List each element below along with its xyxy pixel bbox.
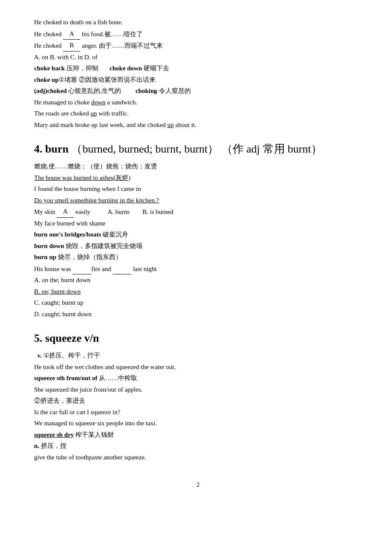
squeeze-ex5: give the tube of toothpaste another sque…: [34, 452, 362, 463]
squeeze-v-line: v. ①挤压、榨干，拧干: [34, 350, 362, 361]
fill-blank-skin: A: [57, 206, 74, 218]
burn-down-line: burn down 烧毁，多指建筑被完全烧塌: [34, 241, 362, 252]
burn-heading-number-word: 4. burn: [34, 143, 69, 155]
squeeze-from-line: squeeze sth from/out of 从……中榨取: [34, 373, 362, 384]
squeeze-dry-underline: squeeze sb dry: [34, 431, 74, 438]
burn-bridges-bold: burn one's bridges/boats: [34, 231, 101, 238]
choke-up2-underline: up: [167, 121, 174, 128]
burn-ex4-b: B. is burned: [142, 208, 173, 215]
burn-heading-adj: （作 adj 常用 burnt）: [222, 143, 322, 155]
burn-heading-parens: （burned, burned; burnt, burnt）: [71, 143, 219, 155]
burn-ex1: The house was burned to ashes(灰烬): [34, 173, 362, 184]
burn-opt-d: D. caught; burnt down: [34, 309, 362, 320]
fill-blank-fire1: [72, 263, 91, 275]
burn-opt-a: A. on the; burnt down: [34, 275, 362, 286]
burn-ex4-a: A. burns: [108, 208, 130, 215]
burn-opt-c: C. caught; burnt up: [34, 297, 362, 309]
burn-up-bold: burn up: [34, 254, 56, 260]
squeeze-dry-line: squeeze sb dry 榨干某人钱财: [34, 430, 362, 441]
burn-ex2: I found the house burning when I came in: [34, 184, 362, 195]
squeeze-n-line: n. 挤压，捏: [34, 441, 362, 452]
choke-up-line: choke up①堵塞 ②因激动紧张而说不出话来: [34, 75, 362, 86]
choke-text-suffix: his food.被……噎住了: [80, 31, 142, 38]
choke-down-label: choke down: [110, 65, 142, 72]
burn-ex4-pre: My skin: [34, 208, 57, 215]
squeeze-ex3: Is the car full or can I squeeze in?: [34, 407, 362, 418]
squeeze-heading: 5. squeeze v/n: [34, 329, 362, 348]
fill-blank-a: A: [63, 29, 80, 40]
burn-heading: 4. burn （burned, burned; burnt, burnt） （…: [34, 140, 362, 159]
squeeze-n-label: n.: [34, 442, 39, 449]
choke-up-meaning: ①堵塞 ②因激动紧张而说不出话来: [59, 76, 156, 83]
choke-up-label: choke up: [34, 76, 59, 83]
squeeze-v-label: v.: [37, 352, 42, 359]
burn-ex3: Do you smell something burning in the ki…: [34, 195, 362, 206]
burn-bridges-line: burn one's bridges/boats 破釜沉舟: [34, 229, 362, 240]
choke-down-underline: down: [91, 99, 105, 106]
choke-line1: He choked to death on a fish bone.: [34, 17, 362, 28]
burn-ex4: My skin A easily A. burns B. is burned: [34, 206, 362, 218]
choke-ex3: Mary and mark broke up last week, and sh…: [34, 120, 362, 131]
burn-down-bold: burn down: [34, 242, 64, 249]
choke-line2: He choked A his food.被……噎住了: [34, 29, 362, 40]
burn-ex5: My face burned with shame: [34, 218, 362, 229]
choke-text-prefix: He choked: [34, 31, 63, 38]
burn-ex3-underline: Do you smell something burning in the ki…: [34, 197, 159, 204]
squeeze-meaning1: ①挤压、榨干，拧干: [43, 352, 100, 359]
burn-ex4-mid: easily: [75, 208, 107, 215]
choke-ex1: He managed to choke down a sandwich.: [34, 97, 362, 108]
burn-ex1-underline: The house was burned to ashes(灰烬): [34, 174, 130, 181]
burn-up-line: burn up 烧尽，烧掉（指东西）: [34, 252, 362, 263]
squeeze-ex2: She squeezed the juice from/out of apple…: [34, 384, 362, 395]
choke-line3: He choked B anger. 由于……而喘不过气来: [34, 40, 362, 52]
burn-ex6: His house was fire and last night: [34, 263, 362, 275]
choke-ex2: The roads are choked up with traffic.: [34, 108, 362, 119]
choke-back-label: choke back: [34, 65, 65, 72]
choke-back-line: （burned, burned; burnt, burnt） choke bac…: [34, 63, 362, 74]
burn-meaning: 燃烧,使……燃烧；（使）烧焦；烧伤；发烫: [34, 161, 362, 172]
squeeze-ex1: He took off the wet clothes and squeezed…: [34, 362, 362, 373]
squeeze-ex4: We managed to squeeze six people into th…: [34, 418, 362, 429]
squeeze-from-bold: squeeze sth from/out of: [34, 375, 97, 381]
fill-blank-fire2: [112, 263, 131, 275]
squeeze-meaning2: ②挤进去，塞进去: [34, 395, 362, 407]
choke-anger-suffix: anger. 由于……而喘不过气来: [80, 42, 163, 49]
adj-choked-line: (adj)choked 心烦意乱的,生气的 choking 令人窒息的: [34, 86, 362, 97]
choke-anger-prefix: He choked: [34, 42, 63, 49]
choke-options: A. on B. with C. in D. of: [34, 52, 362, 63]
squeeze-dry-bold: squeeze sb dry: [34, 431, 74, 438]
page-number: 2: [34, 480, 362, 490]
adj-choked-label: (adj)choked: [34, 87, 67, 94]
choke-up-underline: up: [90, 110, 97, 117]
choking-label: choking: [135, 87, 157, 94]
burn-opt-b-underline: B. on; burnt down: [34, 288, 81, 295]
fill-blank-b: B: [63, 40, 80, 52]
burn-opt-b: B. on; burnt down: [34, 286, 362, 297]
